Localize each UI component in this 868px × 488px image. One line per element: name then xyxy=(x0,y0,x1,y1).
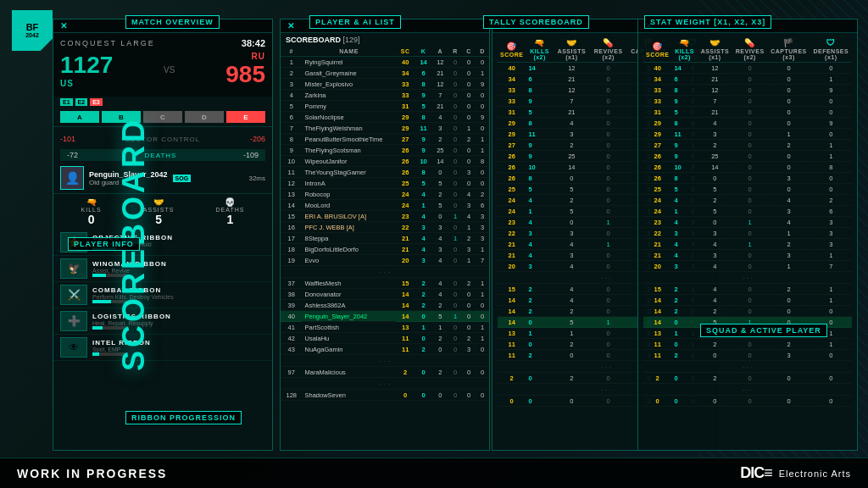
table-row[interactable]: 38 Donovanator 14 2 4 0 0 1 xyxy=(281,289,489,300)
table-row[interactable]: 37 WafflesMesh 15 2 4 0 2 1 xyxy=(281,278,489,289)
ribbon-icon-1: 🦅 xyxy=(60,258,87,279)
row-captures: 4 xyxy=(462,189,476,200)
row-kills: 2 xyxy=(526,284,553,295)
row-score: 29 xyxy=(498,129,526,140)
row-defenses: 1 xyxy=(476,278,489,289)
table-row[interactable]: 26 9 25 0 0 1 xyxy=(643,151,852,162)
row-revives: 0 xyxy=(448,255,462,266)
table-row[interactable]: 17 8Steppa 21 4 4 1 2 3 xyxy=(281,233,489,244)
table-row[interactable]: 40 14 12 0 0 0 xyxy=(643,63,852,74)
table-row[interactable]: 41 PartScottish 13 1 1 0 0 1 xyxy=(281,322,489,333)
table-row[interactable]: 18 BigDorfoLittleDorfo 21 4 3 0 3 1 xyxy=(281,244,489,255)
table-row[interactable]: 15 2 4 0 2 1 xyxy=(643,284,852,295)
table-row[interactable]: 27 9 2 0 2 1 xyxy=(643,140,852,151)
table-row[interactable]: 10 WipeoutJanitor 26 10 14 0 0 8 xyxy=(281,156,489,167)
table-row[interactable]: 7 TheFlyingWelshman 29 11 3 0 1 0 xyxy=(281,123,489,134)
scoreboard-table-container[interactable]: # NAME SC K A R C D 1 RyingSquirrel 40 1… xyxy=(281,47,489,401)
table-row[interactable]: 3 Mister_Explosivo 33 8 12 0 0 9 xyxy=(281,79,489,90)
row-revives: 0 xyxy=(590,396,627,407)
table-row[interactable]: 4 Zarkina 33 9 7 0 0 0 xyxy=(281,90,489,101)
row-score: 33 xyxy=(396,90,415,101)
ping-display: 32ms xyxy=(248,175,265,182)
row-assists: 12 xyxy=(698,85,732,96)
table-row[interactable]: 12 IntronA 25 5 5 0 0 0 xyxy=(281,178,489,189)
row-captures: 0 xyxy=(462,68,476,79)
table-row[interactable]: 21 4 4 1 2 3 xyxy=(643,239,852,250)
table-row[interactable]: 128 ShadowSeven 0 0 0 0 0 0 xyxy=(281,390,489,401)
row-kills: 11 xyxy=(671,129,697,140)
table-row[interactable]: 34 6 21 0 0 1 xyxy=(643,74,852,85)
table-row[interactable]: 2 Garait_Greymaine 34 6 21 0 0 1 xyxy=(281,68,489,79)
row-assists: 21 xyxy=(554,107,590,118)
table-row[interactable]: 8 PeanutButterSmoothieTime 27 9 2 0 2 1 xyxy=(281,134,489,145)
row-assists: 12 xyxy=(431,57,448,68)
table-row[interactable]: 15 ERI A. BRUSILOV [A] 23 4 0 1 4 3 xyxy=(281,211,489,222)
table-row[interactable]: 14 MooLord 24 1 5 0 3 6 xyxy=(281,200,489,211)
table-row[interactable]: 23 4 0 1 4 3 xyxy=(643,217,852,228)
row-revives: 0 xyxy=(448,101,462,112)
table-row[interactable]: 13 Robocop 24 4 2 0 4 2 xyxy=(281,189,489,200)
row-revives: 0 xyxy=(732,206,768,217)
table-row[interactable]: 16 PFC J. WEBB [A] 22 3 3 0 1 3 xyxy=(281,222,489,233)
table-row[interactable]: 11 2 0 0 3 0 xyxy=(643,350,852,361)
row-score: 31 xyxy=(498,107,526,118)
col-name: NAME xyxy=(302,47,395,57)
table-row[interactable]: 0 0 0 0 0 0 xyxy=(643,396,852,407)
table-row[interactable]: 42 UsalaHu 11 0 2 0 2 1 xyxy=(281,333,489,344)
table-row[interactable]: 33 8 12 0 0 9 xyxy=(643,85,852,96)
table-row[interactable]: 29 11 3 0 1 0 xyxy=(643,129,852,140)
table-row[interactable]: 11 TheYoungStagGamer 26 8 0 0 3 0 xyxy=(281,167,489,178)
tally-col-revives: 💊REVIVES (x2) xyxy=(590,36,627,63)
table-row[interactable]: 29 8 4 0 0 9 xyxy=(643,118,852,129)
table-row[interactable]: 11 0 2 0 2 1 xyxy=(643,339,852,350)
match-close-button[interactable]: ✕ xyxy=(60,21,67,30)
table-row[interactable]: 21 4 3 0 3 1 xyxy=(643,250,852,261)
table-row[interactable]: 20 3 4 0 1 7 xyxy=(643,261,852,272)
table-row[interactable]: 1 RyingSquirrel 40 14 12 0 0 0 xyxy=(281,57,489,68)
table-row[interactable]: 26 10 14 0 0 8 xyxy=(643,162,852,173)
row-revives: 0 xyxy=(448,278,462,289)
scoreboard-close-button[interactable]: ✕ xyxy=(287,21,294,30)
table-row[interactable]: 2 0 2 0 0 0 xyxy=(643,373,852,384)
row-score: 25 xyxy=(498,184,526,195)
table-row[interactable]: 24 1 5 0 3 6 xyxy=(643,206,852,217)
table-row[interactable]: 19 Evvo 20 3 4 0 1 7 xyxy=(281,255,489,266)
row-captures: 0 xyxy=(462,300,476,311)
row-kills: 5 xyxy=(526,107,553,118)
table-row[interactable]: 97 MaraMalicious 2 0 2 0 0 0 xyxy=(281,367,489,378)
match-overview-panel: ✕ CONQUEST LARGE 38:42 1127 US VS RU 985… xyxy=(53,19,273,451)
row-captures: 3 xyxy=(462,167,476,178)
table-row[interactable]: 9 TheFlyingScotsman 26 9 25 0 0 1 xyxy=(281,145,489,156)
table-row[interactable]: 40 Penguin_Slayer_2042 14 0 5 1 0 0 xyxy=(281,311,489,322)
row-revives: 0 xyxy=(448,244,462,255)
row-kills: 0 xyxy=(415,333,432,344)
row-revives: 0 xyxy=(590,173,627,184)
table-row[interactable]: 6 SolarNoclipse 29 8 4 0 0 9 xyxy=(281,112,489,123)
table-row[interactable]: 25 5 5 0 0 0 xyxy=(643,184,852,195)
row-assists: 4 xyxy=(431,255,448,266)
table-row[interactable]: 43 NuAgaGamin 11 2 0 0 3 0 xyxy=(281,344,489,355)
row-revives: 0 xyxy=(448,322,462,333)
row-captures: 3 xyxy=(462,244,476,255)
table-row[interactable]: 14 2 4 0 0 1 xyxy=(643,295,852,306)
row-captures: 2 xyxy=(462,233,476,244)
row-rank: 10 xyxy=(281,156,302,167)
us-deaths-val: -72 xyxy=(67,151,78,159)
table-row[interactable]: 39 Ashless3862A 14 2 2 0 0 0 xyxy=(281,300,489,311)
table-row[interactable]: 31 5 21 0 0 0 xyxy=(643,107,852,118)
ru-sector-control-val: -206 xyxy=(250,135,265,143)
row-revives: 0 xyxy=(448,134,462,145)
table-row[interactable]: 33 9 7 0 0 0 xyxy=(643,96,852,107)
table-row[interactable]: 14 2 2 0 0 0 xyxy=(643,306,852,317)
row-name: PartScottish xyxy=(302,322,395,333)
table-row[interactable]: 24 4 2 0 4 2 xyxy=(643,195,852,206)
table-row[interactable]: 5 Pommy 31 5 21 0 0 0 xyxy=(281,101,489,112)
row-kills: 4 xyxy=(671,239,697,250)
row-captures: 1 xyxy=(462,222,476,233)
row-defenses: 8 xyxy=(810,162,852,173)
row-kills: 4 xyxy=(526,195,553,206)
table-row[interactable]: 26 8 0 0 3 0 xyxy=(643,173,852,184)
table-row[interactable]: 22 3 3 0 1 3 xyxy=(643,228,852,239)
table-row-dots: · · · xyxy=(643,384,852,396)
deaths-stat-value: 1 xyxy=(216,213,245,226)
